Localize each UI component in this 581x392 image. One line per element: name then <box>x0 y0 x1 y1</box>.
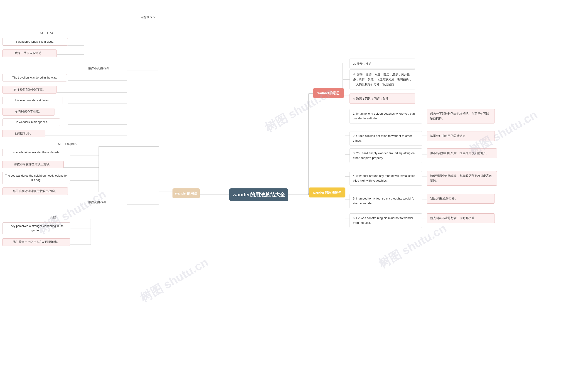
example-speech-cn: 他胡言乱语。 <box>2 130 45 137</box>
meaning-vi: vi. 游荡，漫游，闲逛，慢走，漫步；离开原路，离群，失散；（道路或河流）蜿蜒曲… <box>350 70 415 90</box>
category-verb: 用作动词(v.) <box>141 16 157 20</box>
right-section-meaning: wander的意思 <box>313 88 344 98</box>
category-other: 其他 <box>50 215 56 219</box>
example-nomadic-cn: 游牧部落在这些荒漠上游牧。 <box>2 161 63 168</box>
example-mind-wanders-cn: 他有时候心不在焉。 <box>2 108 54 116</box>
example-stranger-en: They perceived a stranger wandering in t… <box>2 222 70 234</box>
category-intransitive: 用作不及物动词 <box>88 66 109 70</box>
example-wandered-lonely-cn: 我像一朵孤云般逍遥。 <box>2 50 57 57</box>
left-section-label: wander的用法 <box>172 188 200 198</box>
example6-en: 6. He was constraining his mind not to w… <box>350 213 422 228</box>
watermark-2: 树图 shutu.cn <box>137 254 211 306</box>
example-boy-cn: 那男孩在附近徘徊,寻找自己的狗。 <box>2 188 68 195</box>
category-s-plus-n: S+～+ n./pron. <box>58 142 77 146</box>
category-transitive: 用作及物动词 <box>88 200 106 204</box>
example4-en: 4. A wander around any market will revea… <box>350 171 422 186</box>
example4-cn: 随便到哪个市场逛逛，都能看见蔬菜堆得老高的菜摊。 <box>427 171 497 186</box>
example1-cn: 想象一下那长长的金色海滩吧，在那里你可以独自徜徉。 <box>427 109 495 124</box>
example-stranger-cn: 他们看到一个陌生人在花园里闲逛。 <box>2 238 70 246</box>
example3-en: 3. You can't simply wander around squatt… <box>350 148 422 163</box>
example5-cn: 我跳起来,免得走神。 <box>427 194 495 204</box>
example-mind-wanders-en: His mind wanders at times. <box>2 97 62 104</box>
example6-cn: 他克制着不让思想在工作时开小差。 <box>427 213 495 223</box>
example3-cn: 你不能这样到处乱窜，擅自占用别人的地产。 <box>427 148 497 158</box>
example5-en: 5. I jumped to my feet so my thoughts wo… <box>350 194 422 208</box>
example-wandered-lonely-en: I wandered lonely like a cloud. <box>2 38 68 46</box>
meaning-n: n. 游荡；溜达；闲逛；失散 <box>350 94 415 104</box>
right-section-examples: wander的用法例句 <box>309 188 345 198</box>
example-travellers-en: The travellers wandered in the way. <box>2 74 67 82</box>
example-nomadic-en: Nomadic tribes wander these deserts. <box>2 149 70 156</box>
example-travellers-cn: 旅行者们在途中迷了路。 <box>2 86 57 94</box>
example1-en: 1. Imagine long golden beaches where you… <box>350 109 422 124</box>
example2-cn: 格雷丝任由自己的思绪游走。 <box>427 131 495 141</box>
watermark-4: 树图 shutu.cn <box>376 220 449 272</box>
example-boy-en: The boy wandered the neighbourhood, look… <box>2 172 70 184</box>
category-s-plus-a: S+ ～(+A) <box>40 31 53 35</box>
example-speech-en: He wanders in his speech. <box>2 118 60 126</box>
meaning-vt: vt. 漫步，漫游； <box>350 58 415 69</box>
example2-en: 2. Grace allowed her mind to wander to o… <box>350 131 422 146</box>
center-node: wander的用法总结大全 <box>229 188 288 201</box>
